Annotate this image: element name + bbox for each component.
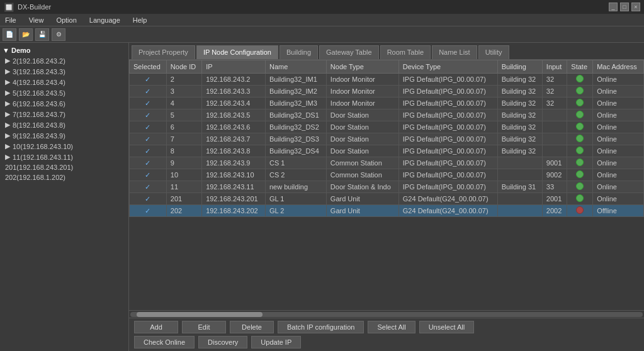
sidebar-item-4[interactable]: ▶ 4(192.168.243.4): [0, 77, 128, 87]
tab-room-table[interactable]: Room Table: [380, 45, 431, 59]
table-row[interactable]: ✓ 3 192.168.243.3 Building32_IM2 Indoor …: [130, 86, 644, 98]
cell-node-id: 10: [166, 169, 201, 181]
cell-state: Online: [593, 181, 644, 193]
tab-gateway-table[interactable]: Gateway Table: [319, 45, 379, 59]
cell-device-type: IPG Default(IPG_00.00.07): [398, 109, 497, 121]
cell-device-type: G24 Default(G24_00.00.07): [398, 205, 497, 217]
sidebar-root[interactable]: ▼ Demo: [0, 45, 128, 55]
select-all-button[interactable]: Select All: [368, 321, 415, 333]
table-row[interactable]: ✓ 6 192.168.243.6 Building32_DS2 Door St…: [130, 121, 644, 133]
unselect-all-button[interactable]: Unselect All: [419, 321, 474, 333]
status-online-icon: [576, 111, 584, 118]
sidebar-item-7[interactable]: ▶ 7(192.168.243.7): [0, 109, 128, 120]
main-layout: ▼ Demo ▶ 2(192.168.243.2) ▶ 3(192.168.24…: [0, 43, 644, 351]
sidebar-item-2[interactable]: ▶ 2(192.168.243.2): [0, 55, 128, 66]
menu-language[interactable]: Language: [87, 15, 123, 25]
cell-status: [567, 157, 593, 169]
check-online-button[interactable]: Check Online: [134, 336, 195, 348]
sidebar-item-5[interactable]: ▶ 5(192.168.243.5): [0, 87, 128, 98]
update-ip-button[interactable]: Update IP: [251, 336, 301, 348]
cell-state: Offline: [593, 205, 644, 217]
sidebar-item-9[interactable]: ▶ 9(192.168.243.9): [0, 130, 128, 141]
add-button[interactable]: Add: [134, 321, 178, 333]
cell-building: Building 31: [497, 181, 542, 193]
cell-building: [497, 157, 542, 169]
cell-node-type: Indoor Monitor: [326, 98, 398, 109]
table-row[interactable]: ✓ 9 192.168.243.9 CS 1 Common Station IP…: [130, 157, 644, 169]
table-row[interactable]: ✓ 2 192.168.243.2 Building32_IM1 Indoor …: [130, 74, 644, 86]
status-online-icon: [576, 159, 584, 166]
check-icon: ✓: [145, 147, 150, 155]
scroll-thumb[interactable]: [137, 312, 263, 317]
window-controls[interactable]: _ □ ×: [609, 3, 640, 11]
status-online-icon: [576, 75, 584, 82]
chevron-right-icon: ▶: [5, 131, 10, 140]
cell-input: 9002: [542, 169, 567, 181]
table-row[interactable]: ✓ 202 192.168.243.202 GL 2 Gard Unit G24…: [130, 205, 644, 217]
sidebar-item-6[interactable]: ▶ 6(192.168.243.6): [0, 98, 128, 109]
table-container[interactable]: Selected Node ID IP Name Node Type Devic…: [129, 60, 644, 310]
tab-name-list[interactable]: Name List: [432, 45, 477, 59]
toolbar: 📄 📂 💾 ⚙: [0, 26, 644, 43]
scroll-track[interactable]: [130, 312, 643, 317]
sidebar-item-11[interactable]: ▶ 11(192.168.243.11): [0, 152, 128, 162]
cell-node-id: 9: [166, 157, 201, 169]
settings-button[interactable]: ⚙: [52, 28, 65, 41]
menu-file[interactable]: File: [3, 15, 19, 25]
cell-input: 2001: [542, 193, 567, 205]
cell-name: CS 2: [265, 169, 326, 181]
check-icon: ✓: [145, 183, 150, 191]
cell-building: [497, 169, 542, 181]
status-online-icon: [576, 123, 584, 130]
cell-input: 32: [542, 86, 567, 98]
tab-project-property[interactable]: Project Property: [132, 45, 195, 59]
batch-ip-button[interactable]: Batch IP configuration: [278, 321, 364, 333]
table-row[interactable]: ✓ 5 192.168.243.5 Building32_DS1 Door St…: [130, 109, 644, 121]
edit-button[interactable]: Edit: [182, 321, 226, 333]
menu-option[interactable]: Option: [54, 15, 79, 25]
table-row[interactable]: ✓ 4 192.168.243.4 Building32_IM3 Indoor …: [130, 98, 644, 109]
cell-name: Building32_IM3: [265, 98, 326, 109]
menu-view[interactable]: View: [26, 15, 47, 25]
status-online-icon: [576, 99, 584, 106]
table-row[interactable]: ✓ 7 192.168.243.7 Building32_DS3 Door St…: [130, 133, 644, 145]
cell-node-id: 6: [166, 121, 201, 133]
check-icon: ✓: [145, 75, 150, 83]
menu-help[interactable]: Help: [130, 15, 150, 25]
sidebar-item-10[interactable]: ▶ 10(192.168.243.10): [0, 141, 128, 152]
save-button[interactable]: 💾: [35, 28, 49, 41]
table-row[interactable]: ✓ 201 192.168.243.201 GL 1 Gard Unit G24…: [130, 193, 644, 205]
horizontal-scrollbar[interactable]: [129, 310, 644, 318]
cell-node-type: Door Station: [326, 121, 398, 133]
tab-ip-node-config[interactable]: IP Node Configuration: [196, 45, 278, 59]
sidebar-item-8[interactable]: ▶ 8(192.168.243.8): [0, 120, 128, 130]
new-button[interactable]: 📄: [3, 28, 16, 41]
table-row[interactable]: ✓ 10 192.168.243.10 CS 2 Common Station …: [130, 169, 644, 181]
cell-status: [567, 133, 593, 145]
cell-state: Online: [593, 74, 644, 86]
table-row[interactable]: ✓ 8 192.168.243.8 Building32_DS4 Door St…: [130, 145, 644, 157]
sidebar-item-3[interactable]: ▶ 3(192.168.243.3): [0, 66, 128, 77]
close-button[interactable]: ×: [631, 3, 640, 11]
table-row[interactable]: ✓ 11 192.168.243.11 new building Door St…: [130, 181, 644, 193]
sidebar-item-202[interactable]: 202(192.168.1.202): [0, 172, 128, 182]
sidebar-item-201[interactable]: 201(192.168.243.201): [0, 162, 128, 172]
cell-building: Building 32: [497, 145, 542, 157]
cell-device-type: IPG Default(IPG_00.00.07): [398, 145, 497, 157]
tab-building[interactable]: Building: [280, 45, 318, 59]
cell-node-id: 2: [166, 74, 201, 86]
cell-building: [497, 193, 542, 205]
delete-button[interactable]: Delete: [230, 321, 274, 333]
cell-device-type: IPG Default(IPG_00.00.07): [398, 121, 497, 133]
cell-node-type: Door Station: [326, 145, 398, 157]
cell-device-type: IPG Default(IPG_00.00.07): [398, 74, 497, 86]
tab-utility[interactable]: Utility: [478, 45, 509, 59]
maximize-button[interactable]: □: [620, 3, 629, 11]
open-button[interactable]: 📂: [19, 28, 33, 41]
col-selected: Selected: [130, 60, 167, 74]
cell-ip: 192.168.243.10: [202, 169, 266, 181]
minimize-button[interactable]: _: [609, 3, 618, 11]
cell-selected: ✓: [130, 145, 167, 157]
cell-node-type: Indoor Monitor: [326, 74, 398, 86]
discovery-button[interactable]: Discovery: [198, 336, 247, 348]
